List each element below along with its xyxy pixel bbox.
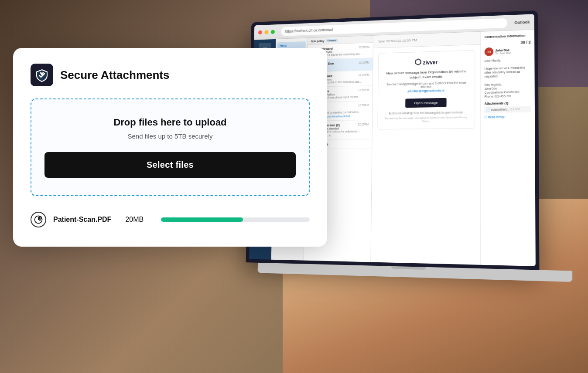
- pdf-icon: 📄: [486, 108, 490, 112]
- svg-line-5: [40, 218, 41, 218]
- file-row: Patient-Scan.PDF 20MB: [31, 208, 310, 231]
- file-size: 20MB: [125, 216, 144, 224]
- shield-icon: [35, 68, 49, 82]
- zivver-footer-note: Button not working? Use the following li…: [383, 110, 469, 115]
- email-right-sidebar: Conversation information 38 / 2 JD John …: [480, 30, 535, 266]
- email-time: 12:55PM: [359, 45, 369, 49]
- progress-bar-fill: [161, 217, 243, 222]
- zivver-sent-to: Sent to mandyjoeri@gmail.com and 2 other…: [383, 81, 469, 89]
- conversation-info-header: Conversation information: [485, 34, 531, 39]
- browser-dot-yellow[interactable]: [264, 30, 268, 34]
- browser-url-text: https://outlook.office.com/mail: [285, 27, 333, 34]
- browser-app-name: Outlook: [514, 20, 530, 24]
- folder-label-nda: Nda policy: [311, 39, 324, 43]
- sender-avatar: JD: [485, 47, 493, 57]
- attachment-size: 2.1 MB: [510, 108, 520, 111]
- zivver-shield-logo: [31, 64, 53, 86]
- zivver-email-heading: New secure message from Organization BV …: [383, 69, 469, 81]
- card-title: Secure Attachments: [60, 68, 169, 82]
- select-files-button[interactable]: Select files: [44, 152, 296, 178]
- file-name: Patient-Scan.PDF: [53, 216, 111, 224]
- email-time-5: 12:55PM: [358, 104, 369, 108]
- drop-heading: Drop files here to upload: [44, 117, 296, 128]
- browser-dot-green[interactable]: [271, 30, 275, 34]
- email-content-body: ⬡ zivver New secure message from Organiz…: [371, 45, 480, 265]
- folder-label-general: General: [326, 39, 338, 43]
- email-body-preview: Dear Mandy, I hope you are well. Please …: [485, 58, 531, 98]
- zivver-open-button[interactable]: Open message: [406, 98, 447, 108]
- email-time-6: 12:55PM: [358, 123, 369, 127]
- read-receipt-label: ☐ Read receipt: [485, 115, 531, 119]
- clock-icon-svg: [34, 215, 43, 224]
- email-time-2: 12:55PM: [359, 61, 369, 64]
- main-card: Secure Attachments Drop files here to up…: [13, 48, 327, 247]
- zivver-terms: By opening the message, you agree to Ziv…: [383, 116, 469, 124]
- drop-zone[interactable]: Drop files here to upload Send files up …: [31, 98, 310, 196]
- file-clock-icon: [31, 212, 46, 227]
- email-time-3: 12:55PM: [358, 73, 369, 77]
- svg-line-2: [38, 220, 40, 220]
- card-header: Secure Attachments: [31, 64, 310, 86]
- sender-org: To: Jane Doe: [495, 51, 511, 54]
- browser-dot-red[interactable]: [258, 30, 262, 34]
- email-time-4: 12:55PM: [358, 88, 369, 92]
- zivver-email-logo: ⬡ zivver: [383, 56, 469, 68]
- attachment-name: ndacontract...: [491, 108, 509, 112]
- attachments-header: Attachments (1): [485, 101, 531, 105]
- progress-bar-container: [161, 217, 310, 222]
- drop-subtitle: Send files up to 5TB securely: [44, 132, 296, 140]
- zivver-email2: johndoe@organizationbv.nl: [383, 88, 469, 93]
- conversation-count: 38 / 2: [485, 40, 531, 46]
- email-content-area: Wed 3/15/2022 12:55 PM ⬡ zivver New secu…: [371, 32, 480, 265]
- laptop-notch: [391, 266, 426, 270]
- attachment-item[interactable]: 📄 ndacontract... 2.1 MB: [485, 106, 531, 113]
- email-date-header: Wed 3/15/2022 12:55 PM: [378, 36, 475, 44]
- zivver-email-card: ⬡ zivver New secure message from Organiz…: [377, 50, 475, 130]
